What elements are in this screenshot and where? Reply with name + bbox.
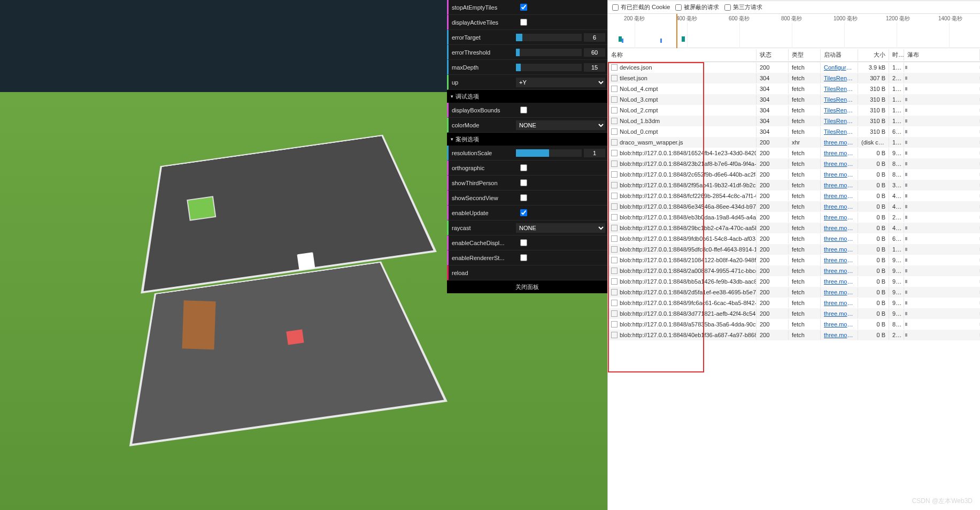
- request-initiator[interactable]: three.modul...: [821, 212, 858, 222]
- header-type[interactable]: 类型: [789, 49, 821, 60]
- gui-maxDepth[interactable]: maxDepth: [447, 60, 607, 75]
- gui-showSecondView[interactable]: showSecondView: [447, 191, 607, 205]
- table-row[interactable]: blob:http://127.0.0.1:8848/9fc6ac61-6cac…: [608, 298, 980, 308]
- checkbox[interactable]: [520, 164, 527, 171]
- 3d-viewport[interactable]: stopAtEmptyTiles displayActiveTiles erro…: [0, 0, 607, 510]
- request-initiator[interactable]: three.modul...: [821, 202, 858, 211]
- table-row[interactable]: blob:http://127.0.0.1:8848/21084122-b08f…: [608, 255, 980, 265]
- filter-cookie[interactable]: 有已拦截的 Cookie: [612, 3, 670, 11]
- table-row[interactable]: NoLod_0.cmpt 304 fetch TilesRendere... 3…: [608, 126, 980, 137]
- table-header[interactable]: 名称 状态 类型 启动器 大小 时... 瀑布: [608, 48, 980, 62]
- gui-folder-debug[interactable]: 调试选项: [447, 90, 607, 103]
- table-row[interactable]: blob:http://127.0.0.1:8848/2d5fa1ef-ee38…: [608, 287, 980, 298]
- checkbox[interactable]: [520, 4, 527, 11]
- number-input[interactable]: [584, 149, 605, 157]
- table-row[interactable]: blob:http://127.0.0.1:8848/2f95ab41-9b32…: [608, 180, 980, 191]
- table-row[interactable]: NoLod_4.cmpt 304 fetch TilesRendere... 3…: [608, 83, 980, 94]
- request-initiator[interactable]: TilesRendere...: [821, 73, 858, 83]
- filter-blocked[interactable]: 被屏蔽的请求: [675, 3, 719, 11]
- header-status[interactable]: 状态: [757, 49, 789, 60]
- table-row[interactable]: NoLod_3.cmpt 304 fetch TilesRendere... 3…: [608, 94, 980, 105]
- request-initiator[interactable]: three.modul...: [821, 234, 858, 243]
- request-initiator[interactable]: TilesRendere...: [821, 127, 858, 136]
- table-row[interactable]: blob:http://127.0.0.1:8848/a57835ba-35a6…: [608, 319, 980, 330]
- number-input[interactable]: [584, 33, 605, 42]
- gui-enableRendererStats[interactable]: enableRendererSt...: [447, 250, 607, 265]
- request-initiator[interactable]: Configuratio...: [821, 63, 858, 72]
- request-initiator[interactable]: three.modul...: [821, 277, 858, 286]
- gui-errorThreshold[interactable]: errorThreshold: [447, 45, 607, 60]
- gui-errorTarget[interactable]: errorTarget: [447, 30, 607, 45]
- table-row[interactable]: blob:http://127.0.0.1:8848/eb3b0daa-19a8…: [608, 212, 980, 223]
- gui-enableCacheDisplay[interactable]: enableCacheDispl...: [447, 235, 607, 250]
- gui-displayBoxBounds[interactable]: displayBoxBounds: [447, 103, 607, 118]
- table-row[interactable]: blob:http://127.0.0.1:8848/3d771821-aefb…: [608, 308, 980, 319]
- gui-showThirdPerson[interactable]: showThirdPerson: [447, 176, 607, 191]
- gui-displayActiveTiles[interactable]: displayActiveTiles: [447, 15, 607, 30]
- gui-close-button[interactable]: 关闭面板: [447, 280, 607, 293]
- timeline-overview[interactable]: 200 毫秒400 毫秒600 毫秒800 毫秒1000 毫秒1200 毫秒14…: [608, 14, 980, 48]
- header-waterfall[interactable]: 瀑布: [904, 49, 980, 60]
- table-row[interactable]: tileset.json 304 fetch TilesRendere... 3…: [608, 73, 980, 83]
- header-name[interactable]: 名称: [608, 49, 757, 60]
- request-initiator[interactable]: TilesRendere...: [821, 116, 858, 126]
- checkbox[interactable]: [520, 209, 527, 216]
- table-row[interactable]: blob:http://127.0.0.1:8848/bb5a1426-fe9b…: [608, 276, 980, 287]
- request-initiator[interactable]: three.modul...: [821, 180, 858, 190]
- table-row[interactable]: blob:http://127.0.0.1:8848/6e34546a-86ee…: [608, 201, 980, 212]
- slider[interactable]: [516, 64, 582, 71]
- request-initiator[interactable]: TilesRendere...: [821, 105, 858, 115]
- select-raycast[interactable]: NONE: [516, 223, 605, 233]
- request-initiator[interactable]: three.modul...: [821, 138, 858, 147]
- request-initiator[interactable]: three.modul...: [821, 309, 858, 318]
- select-up[interactable]: +Y: [516, 78, 605, 87]
- request-initiator[interactable]: three.modul...: [821, 170, 858, 179]
- request-initiator[interactable]: TilesRendere...: [821, 84, 858, 94]
- checkbox[interactable]: [520, 239, 527, 246]
- request-initiator[interactable]: three.modul...: [821, 245, 858, 254]
- header-time[interactable]: 时...: [889, 49, 904, 60]
- request-initiator[interactable]: three.modul...: [821, 266, 858, 276]
- table-row[interactable]: blob:http://127.0.0.1:8848/40eb1f36-a687…: [608, 330, 980, 340]
- request-initiator[interactable]: three.modul...: [821, 148, 858, 158]
- table-row[interactable]: blob:http://127.0.0.1:8848/2a008874-9955…: [608, 265, 980, 276]
- gui-up[interactable]: up +Y: [447, 75, 607, 90]
- table-row[interactable]: blob:http://127.0.0.1:8848/9fdb0b61-54c8…: [608, 233, 980, 244]
- request-initiator[interactable]: three.modul...: [821, 287, 858, 297]
- gui-raycast[interactable]: raycast NONE: [447, 220, 607, 235]
- filter-thirdparty[interactable]: 第三方请求: [724, 3, 762, 11]
- table-row[interactable]: blob:http://127.0.0.1:8848/29bc1bb2-c47a…: [608, 223, 980, 233]
- slider[interactable]: [516, 49, 582, 56]
- gui-colorMode[interactable]: colorMode NONE: [447, 118, 607, 133]
- request-initiator[interactable]: TilesRendere...: [821, 95, 858, 104]
- table-row[interactable]: draco_wasm_wrapper.js 200 xhr three.modu…: [608, 137, 980, 148]
- table-row[interactable]: blob:http://127.0.0.1:8848/95dfc8c0-ffef…: [608, 244, 980, 255]
- request-initiator[interactable]: three.modul...: [821, 159, 858, 169]
- checkbox[interactable]: [520, 194, 527, 201]
- request-initiator[interactable]: three.modul...: [821, 319, 858, 329]
- table-row[interactable]: devices.json 200 fetch Configuratio... 3…: [608, 62, 980, 73]
- request-initiator[interactable]: three.modul...: [821, 223, 858, 233]
- table-row[interactable]: blob:http://127.0.0.1:8848/2c652f9b-d6e6…: [608, 169, 980, 180]
- gui-resolutionScale[interactable]: resolutionScale: [447, 146, 607, 161]
- slider[interactable]: [516, 149, 582, 157]
- gui-reload[interactable]: reload: [447, 265, 607, 280]
- request-initiator[interactable]: three.modul...: [821, 255, 858, 265]
- table-row[interactable]: NoLod_1.b3dm 304 fetch TilesRendere... 3…: [608, 116, 980, 126]
- request-initiator[interactable]: three.modul...: [821, 330, 858, 340]
- gui-enableUpdate[interactable]: enableUpdate: [447, 205, 607, 220]
- table-row[interactable]: NoLod_2.cmpt 304 fetch TilesRendere... 3…: [608, 105, 980, 116]
- gui-orthographic[interactable]: orthographic: [447, 161, 607, 176]
- number-input[interactable]: [584, 63, 605, 72]
- gui-folder-case[interactable]: 案例选项: [447, 133, 607, 146]
- checkbox[interactable]: [520, 19, 527, 26]
- header-size[interactable]: 大小: [858, 49, 889, 60]
- gui-stopAtEmptyTiles[interactable]: stopAtEmptyTiles: [447, 0, 607, 15]
- slider[interactable]: [516, 34, 582, 41]
- checkbox[interactable]: [520, 254, 527, 261]
- request-initiator[interactable]: three.modul...: [821, 191, 858, 201]
- table-row[interactable]: blob:http://127.0.0.1:8848/23b21af8-b7e6…: [608, 158, 980, 169]
- checkbox[interactable]: [520, 106, 527, 113]
- select-colormode[interactable]: NONE: [516, 120, 605, 130]
- request-initiator[interactable]: three.modul...: [821, 298, 858, 308]
